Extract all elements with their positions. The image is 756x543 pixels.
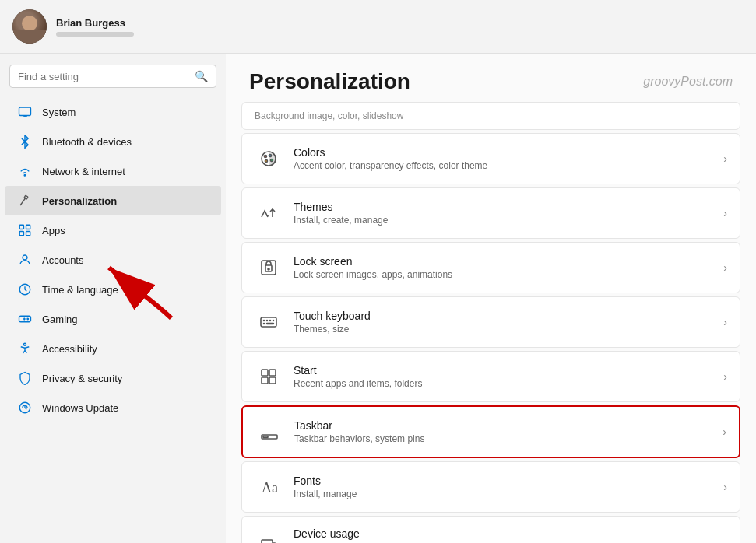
bluetooth-icon — [17, 134, 33, 149]
content-header: Personalization groovyPost.com — [226, 54, 756, 102]
svg-rect-41 — [262, 540, 273, 543]
sidebar-item-windows-update[interactable]: Windows Update — [5, 393, 221, 422]
settings-item-taskbar[interactable]: Taskbar Taskbar behaviors, system pins › — [241, 405, 740, 458]
sidebar-item-privacy[interactable]: Privacy & security — [5, 363, 221, 393]
svg-rect-9 — [26, 232, 30, 236]
personalization-icon — [17, 193, 33, 208]
svg-point-21 — [269, 155, 272, 157]
user-info: Brian Burgess — [56, 17, 134, 37]
themes-text: Themes Install, create, manage — [294, 201, 723, 226]
sidebar-label-network: Network & internet — [42, 166, 125, 177]
windows-update-icon — [17, 400, 33, 415]
svg-rect-35 — [269, 370, 276, 376]
svg-rect-39 — [263, 436, 268, 438]
accounts-icon — [17, 252, 33, 268]
sidebar-label-accessibility: Accessibility — [42, 343, 97, 355]
fonts-title: Fonts — [294, 475, 723, 487]
start-icon — [255, 363, 283, 391]
fonts-chevron: › — [723, 481, 727, 493]
taskbar-title: Taskbar — [294, 419, 723, 432]
system-icon — [17, 104, 33, 120]
touch-keyboard-text: Touch keyboard Themes, size — [294, 310, 723, 335]
svg-rect-24 — [262, 261, 276, 275]
start-chevron: › — [723, 370, 727, 383]
taskbar-icon — [255, 418, 283, 446]
settings-item-colors[interactable]: Colors Accent color, transparency effect… — [241, 133, 740, 184]
colors-text: Colors Accent color, transparency effect… — [294, 146, 723, 171]
taskbar-desc: Taskbar behaviors, system pins — [294, 433, 723, 444]
sidebar-item-bluetooth[interactable]: Bluetooth & devices — [5, 127, 221, 156]
network-icon — [17, 163, 33, 179]
themes-icon — [255, 199, 283, 227]
watermark: groovyPost.com — [643, 75, 733, 89]
settings-item-lock-screen[interactable]: Lock screen Lock screen images, apps, an… — [241, 242, 740, 293]
avatar — [12, 9, 47, 44]
start-text: Start Recent apps and items, folders — [294, 364, 723, 389]
privacy-icon — [17, 370, 33, 386]
sidebar-item-accessibility[interactable]: Accessibility — [5, 334, 221, 363]
sidebar-item-system[interactable]: System — [5, 97, 221, 127]
svg-rect-34 — [262, 370, 268, 376]
svg-rect-8 — [19, 232, 23, 236]
sidebar-item-apps[interactable]: Apps — [5, 215, 221, 245]
sidebar-item-time[interactable]: Time & language — [5, 275, 221, 304]
sidebar-item-network[interactable]: Network & internet — [5, 156, 221, 186]
svg-point-23 — [265, 160, 268, 163]
svg-point-3 — [24, 174, 26, 176]
sidebar-item-personalization[interactable]: Personalization — [5, 186, 221, 215]
settings-item-touch-keyboard[interactable]: Touch keyboard Themes, size › — [241, 296, 740, 348]
svg-point-10 — [23, 255, 27, 260]
search-icon: 🔍 — [195, 70, 208, 82]
sidebar-label-apps: Apps — [42, 225, 65, 236]
settings-item-start[interactable]: Start Recent apps and items, folders › — [241, 351, 740, 402]
svg-rect-37 — [269, 377, 276, 384]
colors-title: Colors — [294, 146, 723, 159]
touch-keyboard-icon — [255, 308, 283, 336]
user-name: Brian Burgess — [56, 17, 134, 29]
content-area: Personalization groovyPost.com Backgroun… — [226, 54, 756, 543]
svg-rect-7 — [26, 225, 30, 229]
device-usage-text: Device usage Select all the ways you pla… — [294, 527, 723, 543]
sidebar-item-gaming[interactable]: Gaming — [5, 304, 221, 334]
settings-item-themes[interactable]: Themes Install, create, manage › — [241, 187, 740, 239]
time-icon — [17, 282, 33, 297]
page-title: Personalization — [249, 69, 410, 94]
settings-item-device-usage[interactable]: Device usage Select all the ways you pla… — [241, 516, 740, 543]
svg-point-15 — [27, 318, 29, 320]
sidebar-item-accounts[interactable]: Accounts — [5, 245, 221, 275]
svg-point-26 — [268, 268, 269, 270]
lock-screen-icon — [255, 254, 283, 282]
start-title: Start — [294, 364, 723, 377]
fonts-text: Fonts Install, manage — [294, 475, 723, 499]
top-bar: Brian Burgess — [0, 0, 756, 54]
settings-item-fonts[interactable]: Aa Fonts Install, manage › — [241, 461, 740, 513]
svg-rect-0 — [19, 107, 31, 116]
search-box[interactable]: 🔍 — [9, 65, 216, 88]
svg-rect-27 — [261, 317, 276, 327]
themes-desc: Install, create, manage — [294, 215, 723, 226]
device-usage-icon — [255, 531, 283, 543]
sidebar-label-accounts: Accounts — [42, 254, 83, 266]
device-usage-title: Device usage — [294, 527, 723, 540]
svg-rect-6 — [19, 225, 23, 229]
lock-screen-chevron: › — [723, 261, 727, 274]
svg-point-16 — [24, 343, 26, 345]
touch-keyboard-chevron: › — [723, 316, 727, 328]
apps-icon — [17, 222, 33, 238]
themes-chevron: › — [723, 207, 727, 219]
partial-top-item: Background image, color, slideshow — [241, 102, 740, 130]
colors-chevron: › — [723, 152, 727, 165]
svg-point-20 — [265, 156, 267, 158]
user-status-bar — [56, 32, 134, 37]
settings-list: Background image, color, slideshow — [226, 102, 756, 543]
sidebar-label-windows-update: Windows Update — [42, 402, 118, 414]
taskbar-chevron: › — [723, 426, 726, 438]
sidebar-label-time: Time & language — [42, 284, 118, 296]
taskbar-text: Taskbar Taskbar behaviors, system pins — [294, 419, 723, 444]
gaming-icon — [17, 311, 33, 327]
themes-title: Themes — [294, 201, 723, 213]
sidebar-label-personalization: Personalization — [42, 195, 117, 207]
search-input[interactable] — [18, 71, 188, 82]
fonts-desc: Install, manage — [294, 489, 723, 499]
accessibility-icon — [17, 341, 33, 356]
